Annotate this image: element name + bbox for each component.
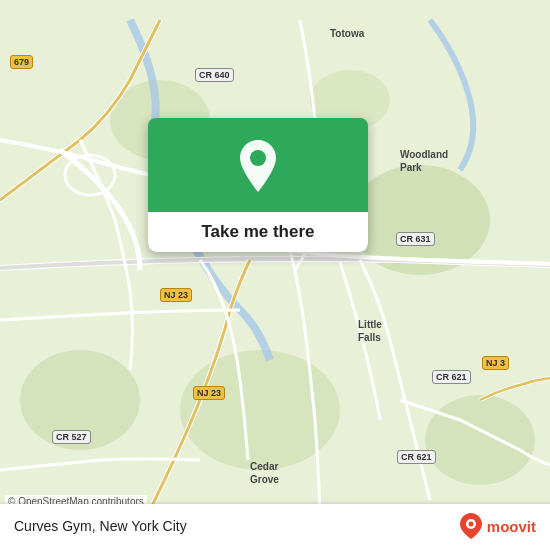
badge-cr527: CR 527 [52,430,91,444]
svg-point-4 [425,395,535,485]
moovit-text: moovit [487,518,536,535]
badge-679: 679 [10,55,33,69]
badge-nj23-left: NJ 23 [160,288,192,302]
card-top [148,118,368,212]
badge-cr640: CR 640 [195,68,234,82]
map-container: Totowa WoodlandPark LittleFalls CedarGro… [0,0,550,550]
badge-cr621-bottom: CR 621 [397,450,436,464]
bottom-bar: Curves Gym, New York City moovit [0,504,550,550]
place-name: Curves Gym, New York City [14,518,187,534]
take-me-there-label: Take me there [201,222,314,242]
svg-point-10 [468,522,473,527]
svg-point-8 [250,150,266,166]
badge-nj23-bottom: NJ 23 [193,386,225,400]
badge-nj3: NJ 3 [482,356,509,370]
map-background [0,0,550,550]
badge-cr621-top: CR 621 [432,370,471,384]
badge-cr631-right: CR 631 [396,232,435,246]
take-me-there-card[interactable]: Take me there [148,118,368,252]
moovit-pin-icon [458,512,484,540]
moovit-logo: moovit [458,512,536,540]
location-pin-icon [234,138,282,194]
card-bottom: Take me there [148,212,368,252]
